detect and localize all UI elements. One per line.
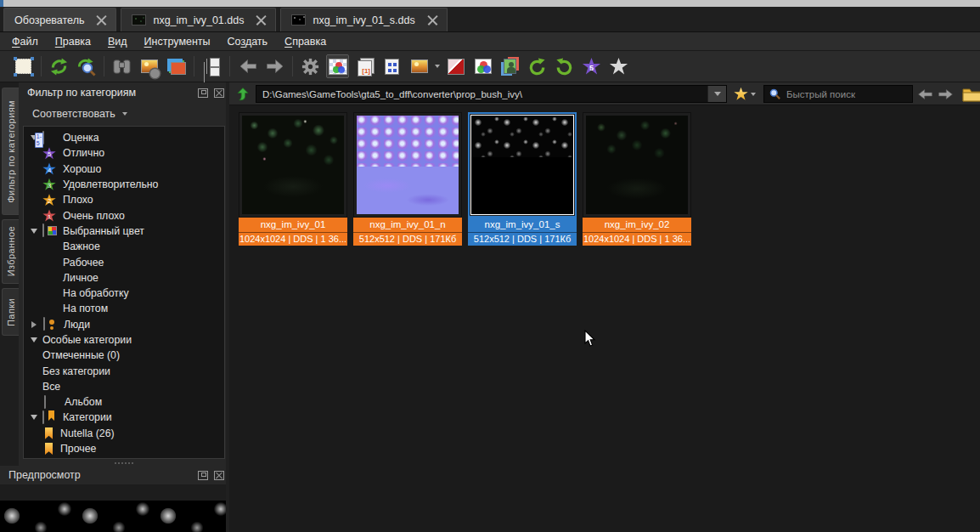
tree-item[interactable]: Важное — [24, 239, 224, 254]
menu-edit[interactable]: Правка — [47, 34, 99, 49]
tree-item[interactable]: Особые категории — [24, 332, 224, 348]
rating-star-icon[interactable] — [607, 54, 630, 78]
thumbnail[interactable]: nxg_im_ivy_021024x1024 | DDS | 1 36... — [583, 112, 691, 246]
filter-rgb-view-icon[interactable] — [326, 54, 349, 78]
tree-item[interactable]: Nutella (26) — [24, 426, 224, 441]
texture-top — [471, 116, 573, 157]
tree-item[interactable]: Отмеченные (0) — [24, 348, 224, 363]
menu-file[interactable]: Файл — [3, 34, 47, 49]
thumbnail-image-frame[interactable] — [583, 112, 691, 218]
color-adjust-icon[interactable] — [471, 54, 494, 78]
folder-up-icon[interactable] — [234, 85, 252, 103]
tree-item[interactable]: Прочее — [24, 441, 224, 456]
sidebar-tab-favorites[interactable]: Избранное — [2, 219, 19, 284]
path-dropdown-button[interactable] — [707, 86, 726, 102]
browse-selection-icon[interactable] — [12, 54, 35, 78]
spec-thumbnail-icon — [291, 14, 306, 25]
favorites-star-button[interactable] — [732, 85, 761, 103]
tree-item[interactable]: Выбранный цвет — [24, 224, 224, 239]
filter-panel: Фильтр по категориям Соответствовать Оце… — [19, 82, 229, 124]
thumbnail-image — [357, 116, 459, 214]
star-icon — [734, 88, 748, 101]
tab-close-icon[interactable] — [96, 14, 107, 25]
tree-item[interactable]: Все — [24, 379, 224, 394]
image-menu-caret-icon[interactable] — [435, 65, 440, 68]
tree-item[interactable]: 4Хорошо — [24, 161, 224, 177]
forward-icon[interactable] — [263, 54, 286, 78]
history-forward-icon[interactable] — [936, 86, 955, 103]
search-input[interactable] — [786, 89, 897, 99]
compare-split-icon[interactable] — [200, 54, 223, 78]
menu-help[interactable]: Справка — [276, 34, 335, 49]
menu-create[interactable]: Создать — [219, 34, 277, 49]
menu-view[interactable]: Вид — [99, 34, 136, 49]
tree-item[interactable]: 5Отлично — [24, 145, 224, 161]
properties-grid-icon[interactable] — [380, 54, 403, 78]
tree-item[interactable]: Без категории — [24, 363, 224, 378]
image-settings-icon[interactable] — [138, 54, 161, 78]
splitter-grip-icon — [227, 407, 228, 429]
rotate-cw-icon[interactable] — [526, 54, 549, 78]
copy-images-icon[interactable] — [165, 54, 188, 78]
expander-expanded-icon[interactable] — [31, 229, 37, 234]
refresh-icon[interactable] — [48, 54, 70, 78]
expander-collapsed-icon[interactable] — [31, 321, 37, 328]
tree-item-label: Удовлетворительно — [63, 178, 158, 190]
tree-item-label: Плохо — [63, 194, 93, 206]
thumbnail-image-frame[interactable] — [239, 112, 347, 218]
tree-item[interactable]: На потом — [24, 301, 224, 316]
pages-info-icon[interactable]: [1] — [353, 54, 376, 78]
thumbnail[interactable]: nxg_im_ivy_01_s512x512 | DDS | 171Кб — [468, 112, 577, 246]
tree-item[interactable]: Люди — [24, 317, 224, 332]
window-tab[interactable]: nxg_im_ivy_01.dds — [121, 8, 276, 31]
rotate-ccw-icon[interactable] — [553, 54, 576, 78]
tree-item[interactable]: Рабочее — [24, 254, 224, 269]
thumbnail-image-frame[interactable] — [353, 112, 462, 218]
window-tab[interactable]: Обозреватель — [3, 8, 116, 31]
thumbnail[interactable]: nxg_im_ivy_011024x1024 | DDS | 1 36... — [239, 112, 347, 246]
back-icon[interactable] — [236, 54, 259, 78]
tree-item[interactable]: Категории — [24, 410, 224, 425]
tree-item[interactable]: 3Удовлетворительно — [24, 177, 224, 192]
float-panel-icon[interactable] — [198, 88, 208, 98]
expander-expanded-icon[interactable] — [31, 337, 37, 342]
close-panel-icon[interactable] — [214, 88, 224, 98]
float-preview-icon[interactable] — [198, 471, 208, 480]
thumbnail[interactable]: nxg_im_ivy_01_n512x512 | DDS | 171Кб — [353, 112, 462, 246]
sidebar-tab-filter[interactable]: Фильтр по категориям — [2, 88, 19, 215]
panel-splitter-handle[interactable] — [19, 460, 229, 466]
window-titlebar — [0, 0, 980, 7]
image-menu-icon[interactable] — [408, 54, 431, 78]
binoculars-search-icon[interactable] — [110, 54, 133, 78]
tree-item[interactable]: 2Плохо — [24, 192, 224, 207]
folder-icon[interactable] — [961, 86, 980, 103]
tree-item-icon — [42, 132, 58, 144]
tree-item[interactable]: 1Очень плохо — [24, 207, 224, 223]
path-field[interactable]: D:\Games\GameTools\gta5_to_dff\converter… — [256, 85, 727, 103]
thumbnail-image — [242, 116, 344, 214]
history-back-icon[interactable] — [915, 86, 934, 103]
settings-gear-icon[interactable] — [299, 54, 322, 78]
paint-edit-icon[interactable] — [444, 54, 467, 78]
tree-item[interactable]: Оценка — [24, 130, 224, 145]
quick-search-field[interactable] — [763, 85, 913, 103]
tree-item-icon — [42, 241, 58, 253]
window-tab[interactable]: nxg_im_ivy_01_s.dds — [280, 8, 447, 31]
tab-close-icon[interactable] — [427, 14, 438, 25]
menu-tools[interactable]: Инструменты — [136, 34, 219, 49]
current-path[interactable]: D:\Games\GameTools\gta5_to_dff\converter… — [256, 89, 707, 99]
match-dropdown[interactable]: Соответствовать — [19, 103, 229, 124]
refresh-search-icon[interactable] — [75, 54, 98, 78]
rating-star-5-icon[interactable]: 5 — [580, 54, 603, 78]
toolbar-grip-handle[interactable] — [2, 55, 8, 77]
menu-bar: ФайлПравкаВидИнструментыСоздатьСправка — [0, 32, 980, 51]
tree-item[interactable]: Личное — [24, 270, 224, 286]
tab-close-icon[interactable] — [256, 14, 267, 25]
thumbnail-image-frame[interactable] — [468, 112, 577, 218]
sidebar-tab-folders[interactable]: Папки — [2, 288, 19, 336]
expander-expanded-icon[interactable] — [31, 415, 37, 420]
tree-item[interactable]: Альбом — [24, 394, 224, 410]
contact-cards-icon[interactable] — [498, 54, 521, 78]
tree-item[interactable]: На обработку — [24, 286, 224, 301]
close-preview-icon[interactable] — [214, 471, 224, 480]
